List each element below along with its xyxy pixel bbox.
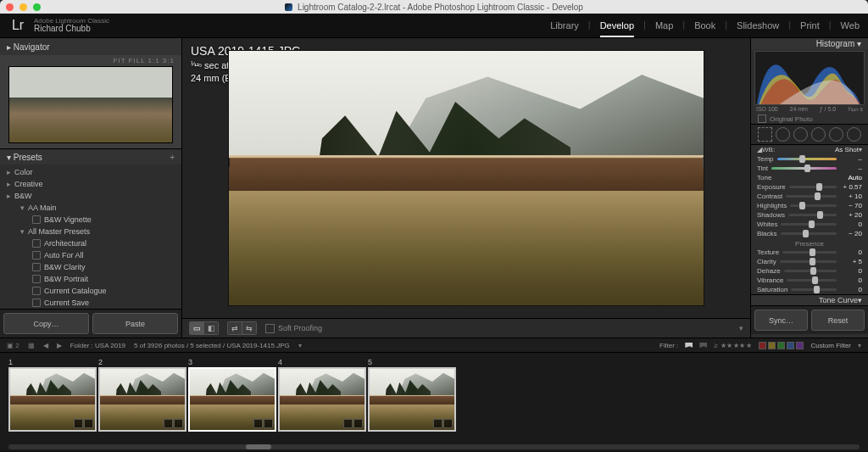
- flag-pick-icon[interactable]: [685, 343, 693, 348]
- filmstrip-cell-2[interactable]: 2: [98, 358, 183, 432]
- preset-architectural[interactable]: Architectural: [0, 237, 181, 249]
- custom-filter-dropdown[interactable]: Custom Filter: [810, 342, 851, 349]
- filmstrip-index: 4: [278, 358, 363, 366]
- preset-auto-for-all[interactable]: Auto For All: [0, 249, 181, 261]
- filmstrip-cell-1[interactable]: 1: [8, 358, 93, 432]
- original-photo-toggle[interactable]: Original Photo: [751, 114, 868, 124]
- second-window-icon[interactable]: ▣ 2: [7, 342, 19, 349]
- filmstrip-thumb[interactable]: [188, 367, 276, 432]
- lr-logo: Lr: [8, 17, 27, 34]
- module-slideshow[interactable]: Slideshow: [737, 20, 779, 31]
- sync-reset-bar: Sync… Reset: [751, 305, 868, 334]
- preset-b-w-clarity[interactable]: B&W Clarity: [0, 261, 181, 273]
- folder-path[interactable]: Folder : USA 2019: [70, 342, 125, 349]
- dehaze-slider-row[interactable]: Dehaze0: [751, 266, 868, 276]
- breadcrumb-dropdown-icon[interactable]: ▾: [298, 342, 302, 349]
- module-web[interactable]: Web: [841, 20, 860, 31]
- module-develop[interactable]: Develop: [600, 20, 634, 31]
- preset-creative[interactable]: ▸Creative: [0, 178, 181, 190]
- graduated-filter-icon[interactable]: [811, 127, 826, 142]
- photo-count-info: 5 of 3926 photos / 5 selected / USA 2019…: [134, 342, 290, 349]
- clarity-slider-row[interactable]: Clarity+ 5: [751, 257, 868, 266]
- module-library[interactable]: Library: [550, 20, 579, 31]
- auto-tone-button[interactable]: Auto: [849, 174, 862, 181]
- radial-filter-icon[interactable]: [829, 127, 843, 142]
- crop-tool-icon[interactable]: [758, 127, 772, 142]
- copy-button[interactable]: Copy…: [3, 313, 89, 334]
- image-canvas[interactable]: USA 2019-1415.JPG ¹⁄₁₂₅ sec at ƒ / 5.0, …: [182, 38, 750, 318]
- preset-b-w-portrait[interactable]: B&W Portrait: [0, 273, 181, 285]
- soft-proofing-toggle[interactable]: Soft Proofing: [265, 324, 322, 333]
- filmstrip-thumb[interactable]: [98, 367, 186, 432]
- scrollbar-thumb[interactable]: [246, 444, 271, 449]
- filmstrip[interactable]: 12345: [0, 352, 868, 451]
- texture-slider-row[interactable]: Texture0: [751, 248, 868, 257]
- paste-button[interactable]: Paste: [92, 313, 178, 334]
- before-after-button[interactable]: ◧: [203, 322, 218, 334]
- module-bar: Library|Develop|Map|Book|Slideshow|Print…: [550, 20, 860, 31]
- highlights-slider-row[interactable]: Highlights− 70: [751, 201, 868, 210]
- whites-slider-row[interactable]: Whites0: [751, 220, 868, 229]
- back-icon[interactable]: ◀: [43, 342, 48, 349]
- color-label-filter[interactable]: [759, 342, 804, 349]
- module-print[interactable]: Print: [800, 20, 820, 31]
- navigator-zoom-modes[interactable]: FIT FILL 1:1 3:1: [0, 55, 181, 66]
- presets-header[interactable]: ▾ Presets +: [0, 148, 181, 165]
- temp-slider-row[interactable]: Temp –: [751, 154, 868, 164]
- filmstrip-cell-4[interactable]: 4: [278, 358, 363, 432]
- filmstrip-thumb[interactable]: [8, 367, 97, 432]
- shutter-fraction: ¹⁄₁₂₅: [191, 60, 202, 68]
- filmstrip-thumb[interactable]: [368, 367, 456, 432]
- navigator-thumbnail[interactable]: [8, 66, 173, 143]
- forward-icon[interactable]: ▶: [57, 342, 62, 349]
- filmstrip-cell-5[interactable]: 5: [368, 358, 453, 432]
- tone-header: Tone Auto: [751, 173, 868, 182]
- preset-current-save[interactable]: Current Save: [0, 297, 181, 309]
- module-book[interactable]: Book: [694, 20, 715, 31]
- redeye-tool-icon[interactable]: [793, 127, 808, 142]
- toolbar-menu-icon[interactable]: ▾: [739, 324, 743, 332]
- shadows-slider-row[interactable]: Shadows+ 20: [751, 210, 868, 220]
- tint-slider-row[interactable]: Tint –: [751, 164, 868, 173]
- compare-group: ⇄ ⇆: [227, 321, 257, 335]
- filmstrip-index: 1: [8, 358, 93, 366]
- preset-b-w[interactable]: ▸B&W: [0, 190, 181, 202]
- saturation-slider-row[interactable]: Saturation0: [751, 285, 868, 294]
- flag-reject-icon[interactable]: [699, 343, 707, 348]
- preset-b-w-vignette[interactable]: B&W Vignette: [0, 214, 181, 226]
- filmstrip-cell-3[interactable]: 3: [188, 358, 273, 432]
- preset-color[interactable]: ▸Color: [0, 166, 181, 178]
- filmstrip-scrollbar[interactable]: [8, 444, 860, 449]
- filter-lock-icon[interactable]: ▾: [858, 342, 861, 349]
- wb-mode-dropdown[interactable]: As Shot: [835, 146, 859, 153]
- add-preset-icon[interactable]: +: [170, 153, 175, 162]
- sync-button[interactable]: Sync…: [754, 310, 808, 331]
- module-map[interactable]: Map: [655, 20, 673, 31]
- spot-removal-tool-icon[interactable]: [776, 127, 790, 142]
- soft-proofing-checkbox[interactable]: [265, 324, 275, 333]
- presets-title: Presets: [14, 153, 42, 162]
- vibrance-slider-row[interactable]: Vibrance0: [751, 276, 868, 285]
- histogram[interactable]: [754, 51, 865, 105]
- exposure-slider-row[interactable]: Exposure+ 0.57: [751, 182, 868, 192]
- preset-aa-main[interactable]: ▾AA Main: [0, 202, 181, 214]
- reset-button[interactable]: Reset: [811, 310, 865, 331]
- swap-button[interactable]: ⇄: [228, 322, 242, 334]
- copy-settings-button[interactable]: ⇆: [242, 322, 256, 334]
- navigator-panel: ▸ Navigator FIT FILL 1:1 3:1: [0, 38, 181, 148]
- contrast-slider-row[interactable]: Contrast+ 10: [751, 192, 868, 201]
- blacks-slider-row[interactable]: Blacks− 20: [751, 229, 868, 238]
- brush-tool-icon[interactable]: [847, 127, 861, 142]
- rating-filter[interactable]: ≥ ★★★★★: [714, 342, 752, 349]
- tone-curve-header[interactable]: Tone Curve ▾: [751, 294, 868, 305]
- center-column: USA 2019-1415.JPG ¹⁄₁₂₅ sec at ƒ / 5.0, …: [182, 38, 750, 338]
- preset-current-catalogue[interactable]: Current Catalogue: [0, 285, 181, 297]
- filmstrip-thumb[interactable]: [278, 367, 366, 432]
- preset-all-master-presets[interactable]: ▾All Master Presets: [0, 226, 181, 237]
- dropdown-icon[interactable]: ▾: [859, 146, 862, 153]
- histogram-meta: ISO 100 24 mm ƒ / 5.0 ¹⁄₁₂₅ s: [751, 105, 868, 114]
- grid-view-icon[interactable]: ▦: [28, 342, 35, 349]
- loupe-view-button[interactable]: ▭: [190, 322, 203, 334]
- copy-paste-bar: Copy… Paste: [0, 309, 181, 338]
- histogram-header[interactable]: Histogram ▾: [751, 38, 868, 49]
